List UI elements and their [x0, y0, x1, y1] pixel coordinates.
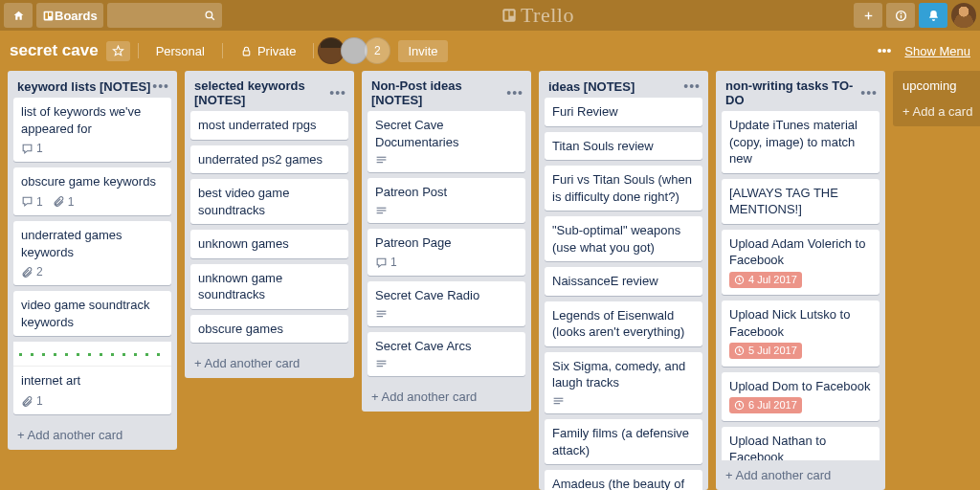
list-title[interactable]: keyword lists [NOTES] — [17, 79, 152, 94]
card-title: Secret Cave Arcs — [375, 338, 518, 355]
card[interactable]: most underrated rpgs — [190, 111, 348, 140]
card-title: [ALWAYS TAG THE MENTIONS!] — [729, 185, 872, 218]
card-title: Patreon Page — [375, 234, 518, 252]
card[interactable]: Furi Review — [545, 98, 702, 126]
card[interactable]: Update iTunes material (copy, image) to … — [722, 111, 880, 173]
team-button[interactable]: Personal — [146, 40, 214, 62]
svg-rect-28 — [554, 403, 561, 404]
svg-rect-22 — [377, 316, 384, 317]
create-button[interactable] — [854, 3, 882, 28]
add-card-button[interactable]: + Add another card — [8, 420, 177, 450]
list-menu-button[interactable]: ••• — [506, 85, 523, 100]
list-cards: Update iTunes material (copy, image) to … — [716, 111, 885, 460]
add-card-button[interactable]: + Add a card — [893, 97, 980, 126]
list-cards: Secret Cave DocumentariesPatreon PostPat… — [362, 111, 531, 382]
due-date-badge: 6 Jul 2017 — [729, 397, 802, 413]
card[interactable]: Amadeus (the beauty of expression) — [545, 470, 702, 490]
card[interactable]: underrated ps2 games — [190, 145, 348, 174]
list-menu-button[interactable]: ••• — [152, 78, 169, 94]
list-title[interactable]: Non-Post ideas [NOTES] — [371, 78, 506, 107]
board-name[interactable]: secret cave — [10, 41, 99, 60]
separator — [138, 43, 139, 58]
search-input[interactable] — [107, 3, 222, 28]
card[interactable]: Six Sigma, comedy, and laugh tracks — [545, 352, 702, 413]
card[interactable]: unknown games — [190, 230, 348, 258]
list-title[interactable]: upcoming — [902, 78, 980, 93]
card[interactable]: list of keywords we've appeared for1 — [13, 98, 171, 162]
card[interactable]: underrated games keywords2 — [13, 221, 171, 285]
list: upcoming+ Add a card — [893, 71, 980, 126]
card-title: Upload Nick Lutsko to Facebook — [729, 306, 872, 340]
show-menu-button[interactable]: Show Menu — [904, 44, 970, 58]
card[interactable]: Titan Souls review — [545, 132, 702, 161]
user-avatar[interactable] — [951, 3, 976, 28]
invite-button[interactable]: Invite — [398, 40, 447, 62]
card[interactable]: [ALWAYS TAG THE MENTIONS!] — [722, 179, 880, 224]
card[interactable]: "Sub-optimal" weapons (use what you got) — [545, 216, 702, 261]
list-header: keyword lists [NOTES]••• — [8, 71, 177, 98]
member-count[interactable]: 2 — [364, 37, 390, 64]
separator — [222, 43, 223, 58]
card[interactable]: obscure game keywords11 — [13, 167, 171, 215]
card-badges — [375, 205, 518, 217]
card[interactable]: Secret Cave Arcs — [368, 332, 525, 377]
card[interactable]: Secret Cave Documentaries — [368, 111, 525, 172]
home-button[interactable] — [4, 3, 33, 28]
boards-button[interactable]: Boards — [36, 3, 103, 28]
card[interactable]: Legends of Eisenwald (looks aren't every… — [545, 301, 702, 346]
visibility-button[interactable]: Private — [231, 40, 305, 62]
card[interactable]: NaissanceE review — [545, 267, 702, 296]
list-title[interactable]: selected keywords [NOTES] — [194, 78, 329, 107]
star-button[interactable] — [106, 41, 130, 61]
list-menu-button[interactable]: ••• — [329, 85, 346, 100]
info-button[interactable] — [886, 3, 915, 28]
list-title[interactable]: non-writing tasks TO-DO — [725, 78, 860, 107]
card[interactable]: unknown game soundtracks — [190, 264, 348, 309]
card[interactable]: video game soundtrack keywords — [13, 291, 171, 336]
description-icon — [375, 358, 388, 370]
card-title: Legends of Eisenwald (looks aren't every… — [552, 307, 695, 341]
attachments-badge: 2 — [21, 264, 43, 279]
list: selected keywords [NOTES]•••most underra… — [185, 71, 354, 378]
card-title: Six Sigma, comedy, and laugh tracks — [552, 358, 695, 391]
list: non-writing tasks TO-DO•••Update iTunes … — [716, 71, 885, 490]
list-cards: most underrated rpgsunderrated ps2 games… — [185, 111, 354, 348]
due-date-badge: 5 Jul 2017 — [729, 343, 802, 359]
add-card-button[interactable]: + Add another card — [362, 382, 531, 412]
card-title: Secret Cave Documentaries — [375, 117, 518, 150]
card[interactable]: best video game soundtracks — [190, 179, 348, 224]
card[interactable]: Upload Dom to Facebook6 Jul 2017 — [722, 372, 880, 421]
card-badges — [375, 308, 518, 321]
list-title[interactable]: ideas [NOTES] — [548, 79, 683, 94]
due-date-badge: 4 Jul 2017 — [729, 272, 802, 288]
trello-logo[interactable]: Trello — [226, 3, 850, 28]
card[interactable]: Family films (a defensive attack) — [545, 419, 702, 464]
card[interactable]: Upload Nick Lutsko to Facebook5 Jul 2017 — [722, 301, 880, 367]
comments-badge: 1 — [375, 255, 397, 270]
svg-rect-1 — [45, 12, 48, 19]
card[interactable]: Patreon Page1 — [368, 229, 525, 277]
list-header: non-writing tasks TO-DO••• — [716, 71, 885, 111]
card[interactable]: Upload Nathan to Facebook7 Jul 2017 — [722, 427, 880, 460]
card-title: Furi Review — [552, 103, 695, 121]
card-title: Furi vs Titan Souls (when is difficulty … — [552, 171, 695, 205]
attachments-badge: 1 — [21, 393, 43, 409]
card[interactable]: Patreon Post — [368, 178, 525, 223]
list-menu-button[interactable]: ••• — [683, 78, 701, 94]
card[interactable]: Furi vs Titan Souls (when is difficulty … — [545, 166, 702, 211]
card[interactable]: internet art1 — [13, 342, 171, 414]
list-header: Non-Post ideas [NOTES]••• — [362, 71, 531, 111]
add-card-button[interactable]: + Add another card — [185, 348, 354, 378]
card[interactable]: Upload Adam Volerich to Facebook4 Jul 20… — [722, 230, 880, 296]
add-card-button[interactable]: + Add another card — [716, 460, 885, 490]
svg-rect-27 — [554, 400, 564, 401]
card-title: most underrated rpgs — [198, 117, 341, 134]
card-title: Secret Cave Radio — [375, 287, 518, 304]
card[interactable]: obscure games — [190, 315, 348, 344]
card[interactable]: Secret Cave Radio — [368, 281, 525, 326]
card-title: Patreon Post — [375, 184, 518, 201]
list-menu-button[interactable]: ••• — [860, 85, 878, 100]
card-title: unknown game soundtracks — [198, 270, 341, 303]
svg-rect-5 — [502, 9, 515, 21]
notifications-button[interactable] — [919, 3, 947, 28]
